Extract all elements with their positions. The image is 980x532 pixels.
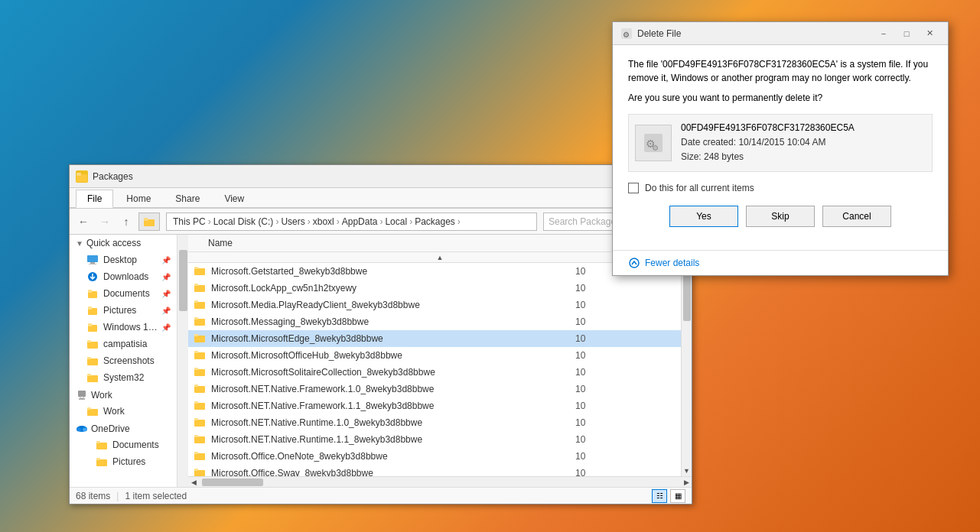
svg-rect-35 (194, 302, 205, 309)
folder-icon (194, 299, 207, 311)
scroll-left-icon[interactable]: ◀ (188, 477, 199, 488)
dialog-buttons: Yes Skip Cancel (628, 206, 933, 227)
sidebar-section-work[interactable]: Work (70, 386, 177, 403)
sidebar-section-onedrive[interactable]: OneDrive (70, 420, 177, 436)
file-row[interactable]: Microsoft.MicrosoftSolitaireCollection_8… (188, 364, 681, 381)
file-row[interactable]: Microsoft.MicrosoftOfficeHub_8wekyb3d8bb… (188, 347, 681, 364)
sidebar-item-windows10[interactable]: Windows 10 f... 📌 (70, 319, 177, 336)
sidebar-item-campatisia[interactable]: campatisia (70, 336, 177, 352)
file-row[interactable]: Microsoft.NET.Native.Framework.1.1_8weky… (188, 397, 681, 414)
folder-icon-btn[interactable] (138, 212, 160, 231)
fewer-details-row[interactable]: Fewer details (613, 250, 948, 275)
skip-button[interactable]: Skip (746, 206, 815, 227)
svg-rect-9 (88, 290, 92, 293)
sidebar-item-downloads[interactable]: Downloads 📌 (70, 268, 177, 285)
sidebar-scrollbar-thumb[interactable] (179, 250, 187, 311)
up-button[interactable]: ↑ (117, 212, 135, 231)
file-row[interactable]: Microsoft.NET.Native.Framework.1.0_8weky… (188, 381, 681, 397)
file-row[interactable]: Microsoft.Office.OneNote_8wekyb3d8bbwe 1… (188, 448, 681, 465)
svg-rect-32 (194, 267, 198, 269)
selected-count: 1 item selected (125, 491, 187, 501)
pin-icon: 📌 (161, 273, 171, 281)
dialog-minimize-button[interactable]: − (873, 26, 894, 41)
scroll-down-icon[interactable]: ▼ (682, 466, 692, 476)
chevron-down-icon: ▼ (76, 239, 83, 248)
yes-button[interactable]: Yes (669, 206, 738, 227)
svg-rect-11 (88, 307, 92, 310)
svg-rect-52 (194, 435, 198, 437)
scroll-right-icon[interactable]: ▶ (681, 477, 692, 488)
sidebar-item-pictures[interactable]: Pictures 📌 (70, 302, 177, 319)
dialog-question: Are you sure you want to permanently del… (628, 92, 933, 103)
scrollbar-thumb[interactable] (683, 275, 691, 321)
cancel-button[interactable]: Cancel (822, 206, 891, 227)
file-row[interactable]: Microsoft.Getstarted_8wekyb3d8bbwe 10 (188, 263, 681, 280)
sidebar-item-work[interactable]: Work (70, 403, 177, 420)
explorer-main: ▼ Quick access Desktop 📌 Downloads 📌 (70, 235, 692, 487)
folder-icon (86, 371, 99, 384)
sidebar-section-quickaccess[interactable]: ▼ Quick access (70, 235, 177, 251)
documents-od-icon (96, 439, 108, 451)
file-row[interactable]: Microsoft.Office.Sway_8wekyb3d8bbwe 10 (188, 465, 681, 476)
file-row[interactable]: Microsoft.Media.PlayReadyClient_8wekyb3d… (188, 297, 681, 313)
file-row-selected[interactable]: Microsoft.MicrosoftEdge_8wekyb3d8bbwe 10 (188, 330, 681, 347)
sidebar-item-desktop[interactable]: Desktop 📌 (70, 251, 177, 268)
sidebar-item-pictures-od[interactable]: Pictures (70, 453, 177, 470)
folder-icon (194, 349, 207, 362)
hscrollbar-thumb[interactable] (202, 478, 263, 486)
details-view-button[interactable]: ☷ (652, 489, 667, 503)
svg-rect-53 (194, 453, 205, 460)
large-icons-view-button[interactable]: ▦ (670, 489, 685, 503)
sidebar-item-documents[interactable]: Documents 📌 (70, 285, 177, 302)
folder-icon (86, 355, 99, 367)
file-list-hscrollbar[interactable]: ◀ ▶ (188, 476, 692, 487)
tab-home[interactable]: Home (115, 190, 162, 207)
file-row[interactable]: Microsoft.NET.Native.Runtime.1.1_8wekyb3… (188, 431, 681, 448)
dialog-title-text: Delete File (637, 28, 873, 39)
ribbon: File Home Share View (70, 188, 692, 209)
svg-rect-1 (77, 173, 81, 176)
svg-rect-43 (194, 369, 205, 376)
svg-rect-19 (87, 374, 91, 376)
svg-rect-44 (194, 368, 198, 370)
sidebar-item-documents-od[interactable]: Documents (70, 436, 177, 453)
file-row[interactable]: Microsoft.Messaging_8wekyb3d8bbwe 10 (188, 313, 681, 330)
breadcrumb[interactable]: This PC › Local Disk (C:) › Users › xbox… (166, 212, 537, 231)
svg-rect-16 (87, 358, 98, 365)
do-for-all-checkbox[interactable] (628, 183, 639, 193)
file-list-scrollbar[interactable]: ▲ ▼ (681, 263, 692, 476)
svg-rect-27 (96, 443, 107, 449)
address-bar: ← → ↑ This PC › Local Disk (C:) › Users … (70, 209, 692, 235)
svg-rect-23 (87, 407, 91, 410)
col-header-name[interactable]: Name (205, 236, 675, 250)
svg-rect-34 (194, 284, 198, 286)
folder-icon (194, 433, 207, 446)
file-info-icon: ⚙ ⚙ (635, 125, 672, 161)
sidebar-scrollbar[interactable] (177, 235, 188, 487)
svg-rect-54 (194, 452, 198, 454)
tab-share[interactable]: Share (164, 190, 211, 207)
file-row[interactable]: Microsoft.LockApp_cw5n1h2txyewy 10 (188, 280, 681, 297)
svg-rect-14 (87, 342, 98, 349)
file-scroll-area: Microsoft.Getstarted_8wekyb3d8bbwe 10 Mi… (188, 263, 692, 476)
dialog-title-icon: ⚙ (620, 28, 633, 40)
folder-icon (194, 383, 207, 395)
back-button[interactable]: ← (74, 212, 93, 231)
pin-icon: 📌 (161, 290, 171, 298)
folder-icon (194, 366, 207, 378)
tab-file[interactable]: File (76, 190, 113, 208)
tab-view[interactable]: View (213, 190, 256, 207)
pictures-icon (86, 304, 99, 316)
svg-rect-42 (194, 351, 198, 353)
svg-point-25 (77, 428, 81, 432)
file-row[interactable]: Microsoft.NET.Native.Runtime.1.0_8wekyb3… (188, 414, 681, 431)
pin-icon: 📌 (161, 323, 171, 332)
dialog-maximize-button[interactable]: □ (896, 26, 917, 41)
svg-rect-6 (89, 264, 96, 264)
sidebar-item-screenshots[interactable]: Screenshots (70, 352, 177, 369)
sidebar-item-system32[interactable]: System32 (70, 369, 177, 386)
forward-button[interactable]: → (96, 212, 114, 231)
dialog-close-button[interactable]: ✕ (919, 26, 940, 41)
svg-point-26 (83, 428, 87, 432)
svg-rect-29 (96, 459, 107, 466)
